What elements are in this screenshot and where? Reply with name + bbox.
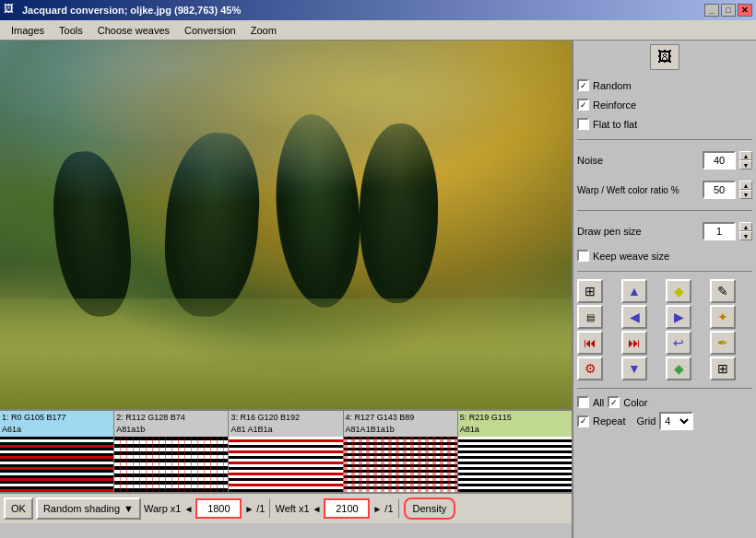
tb-pattern-2[interactable]: ▤ xyxy=(577,305,603,329)
divider-3 xyxy=(577,271,752,272)
divider-4 xyxy=(577,388,752,389)
draw-pen-row: Draw pen size ▲ ▼ xyxy=(577,222,752,240)
main-container: 1: R0 G105 B177 A61a 16×24 Float 15×12 2… xyxy=(0,41,756,538)
menu-zoom[interactable]: Zoom xyxy=(243,21,284,40)
ground-overlay xyxy=(0,298,572,409)
bottom-bar: OK Random shading ▼ Warp x1 ◄ ► /1 Weft … xyxy=(0,492,572,523)
noise-row: Noise ▲ ▼ xyxy=(577,151,752,170)
warp-weft-input[interactable] xyxy=(703,181,736,199)
grid-label: Grid xyxy=(636,415,656,427)
ok-button[interactable]: OK xyxy=(4,497,33,520)
tb-arrow-up[interactable]: ▲ xyxy=(621,279,647,303)
weave-segment-2[interactable]: 2: R112 G128 B74 A81a1b 16×24 Float 15×1… xyxy=(114,411,229,492)
flat-to-flat-checkbox[interactable] xyxy=(577,118,589,130)
flat-to-flat-row: Flat to flat xyxy=(577,118,752,130)
tb-arrow-down[interactable]: ▼ xyxy=(621,357,647,380)
x1-label: x1 xyxy=(171,503,182,514)
menu-choose-weaves[interactable]: Choose weaves xyxy=(90,21,177,40)
tb-star[interactable]: ✦ xyxy=(710,305,736,329)
div-label: /1 xyxy=(256,503,265,514)
close-button[interactable]: ✕ xyxy=(738,4,752,17)
arrow-right-weft-icon: ► xyxy=(372,504,382,514)
draw-pen-input[interactable] xyxy=(703,222,736,240)
bottom-controls: All Color xyxy=(577,396,752,408)
noise-label: Noise xyxy=(577,155,699,166)
title-bar: 🖼 Jacquard conversion; oljke.jpg (982,76… xyxy=(0,0,756,20)
noise-up-button[interactable]: ▲ xyxy=(739,151,752,160)
tb-arrow-right[interactable]: ▶ xyxy=(666,305,691,329)
tb-pencil[interactable]: ✎ xyxy=(710,279,736,303)
random-label: Random xyxy=(593,80,632,91)
div2-label: /1 xyxy=(384,503,393,514)
menu-conversion[interactable]: Conversion xyxy=(177,21,243,40)
dropdown-arrow-icon: ▼ xyxy=(124,503,134,514)
draw-pen-up-button[interactable]: ▲ xyxy=(739,222,752,231)
tb-skip-forward[interactable]: ⏭ xyxy=(621,331,647,355)
tb-diamond-yellow[interactable]: ◆ xyxy=(666,279,691,303)
tree-4 xyxy=(360,123,438,303)
weave-header-3: 3: R16 G120 B192 A81 A1B1a 16×24 Float 1… xyxy=(229,411,342,437)
reinforce-checkbox[interactable] xyxy=(577,99,589,111)
color-checkbox[interactable] xyxy=(608,396,620,408)
tb-skip-back[interactable]: ⏮ xyxy=(577,331,603,355)
weave-pattern-3 xyxy=(229,437,342,492)
arrow-right-warp-icon: ► xyxy=(244,504,254,514)
weave-pattern-2 xyxy=(114,437,228,492)
x1-weft-label: x1 xyxy=(299,503,310,514)
color-label: Color xyxy=(623,397,647,408)
toolbar-grid: ⊞ ▲ ◆ ✎ ▤ ◀ ▶ ✦ ⏮ ⏭ ↩ ✒ ⚙ ▼ ◆ ⊞ xyxy=(577,279,752,380)
weft-input[interactable] xyxy=(324,498,370,519)
app-icon: 🖼 xyxy=(4,3,18,18)
random-shading-button[interactable]: Random shading ▼ xyxy=(36,497,141,520)
window-title: Jacquard conversion; oljke.jpg (982,763)… xyxy=(22,5,704,16)
grid-select[interactable]: 4 8 16 xyxy=(659,412,693,430)
random-row: Random xyxy=(577,79,752,91)
warp-weft-label: Warp / Weft color ratio % xyxy=(577,185,699,195)
repeat-checkbox[interactable] xyxy=(577,415,589,427)
draw-pen-down-button[interactable]: ▼ xyxy=(739,231,752,240)
weave-header-4: 4: R127 G143 B89 A81A1B1a1b 16×24 Float … xyxy=(344,411,457,437)
weave-segment-3[interactable]: 3: R16 G120 B192 A81 A1B1a 16×24 Float 1… xyxy=(229,411,343,492)
tb-grid[interactable]: ⊞ xyxy=(710,357,736,380)
warp-weft-up-button[interactable]: ▲ xyxy=(739,181,752,190)
tb-pen[interactable]: ✒ xyxy=(710,331,736,355)
random-checkbox[interactable] xyxy=(577,79,589,91)
density-button[interactable]: Density xyxy=(404,497,456,520)
warp-weft-down-button[interactable]: ▼ xyxy=(739,190,752,199)
menu-bar: Images Tools Choose weaves Conversion Zo… xyxy=(0,20,756,41)
tb-gear[interactable]: ⚙ xyxy=(577,357,603,380)
weave-segment-5[interactable]: 5: R219 G115 A81a 16×24 Float 15 xyxy=(458,411,572,492)
tb-diamond-2[interactable]: ◆ xyxy=(666,357,691,380)
divider-2 xyxy=(577,210,752,211)
warp-weft-spinner: ▲ ▼ xyxy=(739,181,752,199)
menu-tools[interactable]: Tools xyxy=(52,21,90,40)
draw-pen-label: Draw pen size xyxy=(577,226,699,237)
tb-arrow-left[interactable]: ◀ xyxy=(621,305,647,329)
minimize-button[interactable]: _ xyxy=(704,4,719,17)
repeat-label: Repeat xyxy=(593,415,625,427)
maximize-button[interactable]: □ xyxy=(721,4,736,17)
menu-images[interactable]: Images xyxy=(4,21,52,40)
arrow-left-weft-icon: ◄ xyxy=(313,504,322,514)
all-checkbox[interactable] xyxy=(577,396,589,408)
noise-input[interactable] xyxy=(703,151,736,170)
tb-undo[interactable]: ↩ xyxy=(666,331,691,355)
all-label: All xyxy=(593,397,604,408)
preview-icon: 🖼 xyxy=(650,44,679,70)
separator-1 xyxy=(269,499,270,518)
separator-2 xyxy=(398,499,399,518)
keep-weave-checkbox[interactable] xyxy=(577,250,589,262)
left-panel: 1: R0 G105 B177 A61a 16×24 Float 15×12 2… xyxy=(0,41,572,538)
weave-segment-4[interactable]: 4: R127 G143 B89 A81A1B1a1b 16×24 Float … xyxy=(344,411,458,492)
canvas-area[interactable] xyxy=(0,41,572,409)
draw-pen-spinner: ▲ ▼ xyxy=(739,222,752,240)
warp-input[interactable] xyxy=(195,498,242,519)
keep-weave-label: Keep weave size xyxy=(593,251,669,262)
weave-segment-1[interactable]: 1: R0 G105 B177 A61a 16×24 Float 15×12 xyxy=(0,411,114,492)
warp-weft-row: Warp / Weft color ratio % ▲ ▼ xyxy=(577,181,752,199)
weave-header-5: 5: R219 G115 A81a 16×24 Float 15 xyxy=(458,411,572,437)
weave-header-2: 2: R112 G128 B74 A81a1b 16×24 Float 15×1… xyxy=(114,411,228,437)
tb-weave-pattern[interactable]: ⊞ xyxy=(577,279,603,303)
noise-down-button[interactable]: ▼ xyxy=(739,160,752,170)
noise-spinner: ▲ ▼ xyxy=(739,151,752,170)
